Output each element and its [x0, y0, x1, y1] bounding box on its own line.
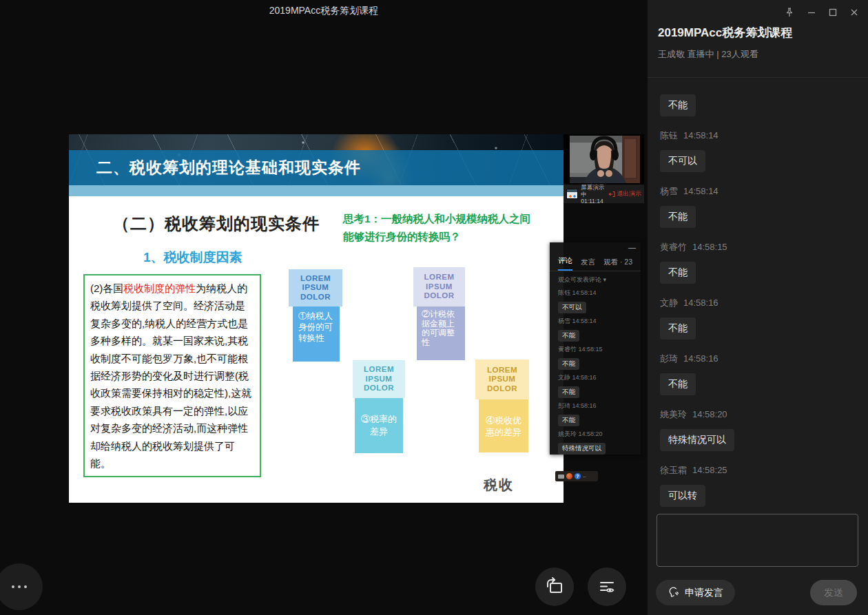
slide-watermark: 税收: [484, 476, 514, 494]
sender-name: 陈钰: [660, 130, 678, 140]
sender-name: 姚美玲: [660, 409, 687, 419]
mini-message-meta: 姚美玲 14:58:20: [558, 430, 632, 439]
card-1-label: ①纳税人身份的可转换性: [293, 306, 340, 362]
card-4-header: LOREM IPSUM DOLOR: [475, 359, 529, 399]
mini-message-meta: 陈钰 14:58:14: [558, 289, 632, 298]
floating-chat-panel: — 评论 发言 观看 · 23 观众可发表评论 ▾ 陈钰 14:58:14 不可…: [550, 242, 641, 455]
chat-message: 杨雪14:58:14 不能: [660, 185, 856, 228]
switch-screen-icon: [544, 576, 565, 597]
slide-banner-title: 二、税收筹划的理论基础和现实条件: [96, 150, 564, 185]
screen-share-thumbnail[interactable]: [566, 189, 578, 199]
exit-icon: [608, 191, 615, 198]
timestamp: 14:58:14: [683, 186, 719, 196]
captured-taskbar-fragment: ? ‒: [555, 471, 598, 481]
mini-chat-bubble: 不能: [558, 386, 579, 398]
chat-message: 陈钰14:58:14 不可以: [660, 129, 856, 172]
banner-title-band: 二、税收筹划的理论基础和现实条件: [69, 150, 564, 185]
sender-name: 杨雪: [660, 186, 678, 196]
send-button[interactable]: 发送: [810, 580, 857, 605]
window-controls: [784, 7, 859, 18]
message-meta: 徐玉霜14:58:25: [660, 464, 856, 477]
message-meta: 彭琦14:58:16: [660, 353, 856, 365]
exit-presentation-label: 退出演示: [617, 189, 641, 198]
caret-down-icon[interactable]: ▾: [603, 276, 607, 283]
slide-paragraph-box: (2)各国税收制度的弹性为纳税人的税收筹划提供了空间。经济活动是复杂多变的,纳税…: [83, 274, 261, 477]
close-button[interactable]: [849, 8, 859, 17]
tab-viewers[interactable]: 观看 · 23: [603, 258, 632, 271]
speaking-head-icon: [668, 586, 681, 599]
dot: [12, 585, 14, 588]
exit-presentation-button[interactable]: 退出演示: [608, 189, 641, 198]
chat-bubble: 不能: [660, 94, 696, 116]
more-options-button[interactable]: [0, 563, 43, 610]
mini-chat-bubble: 不能: [558, 358, 579, 370]
chat-message: 彭琦14:58:16 不能: [660, 353, 856, 395]
timestamp: 14:58:15: [692, 242, 727, 252]
slide-section-title: （二）税收筹划的现实条件: [113, 213, 320, 235]
pin-icon[interactable]: [784, 7, 795, 18]
mini-message-meta: 黄睿竹 14:58:15: [558, 345, 632, 354]
stream-title: 2019MPAcc税务筹划课程: [658, 25, 854, 41]
minimize-panel-button[interactable]: —: [628, 243, 636, 251]
toggle-comments-visibility-button[interactable]: [588, 567, 626, 606]
webcam-video-frame: [570, 136, 640, 183]
sender-name: 黄睿竹: [660, 242, 687, 252]
message-meta: 陈钰14:58:14: [660, 129, 856, 142]
presentation-slide: 二、税收筹划的理论基础和现实条件 （二）税收筹划的现实条件 1、税收制度因素 (…: [69, 134, 564, 503]
sender-name: 徐玉霜: [660, 465, 687, 475]
chat-message: 黄睿竹14:58:15 不能: [660, 241, 856, 284]
teacher-webcam-video[interactable]: [564, 134, 644, 185]
question-line-1: 思考1：一般纳税人和小规模纳税人之间: [343, 210, 530, 228]
mini-chat-bubble: 不可以: [558, 302, 586, 313]
maximize-button[interactable]: [828, 8, 838, 17]
timestamp: 14:58:16: [683, 353, 719, 364]
taskbar-separator: ‒: [583, 474, 586, 479]
chat-input[interactable]: [657, 514, 858, 567]
minimize-button[interactable]: [807, 8, 816, 17]
sender-name: 文静: [660, 298, 678, 308]
message-meta: 姚美玲14:58:20: [660, 408, 856, 421]
card-4-label: ④税收优惠的差异: [479, 399, 528, 452]
paragraph-highlight: 税收制度的弹性: [123, 282, 196, 294]
message-meta: 黄睿竹14:58:15: [660, 241, 856, 253]
stream-status: 王成敬 直播中 | 23人观看: [658, 48, 854, 61]
chat-bubble: 不能: [660, 262, 696, 284]
dot: [24, 585, 27, 588]
timestamp: 14:58:16: [683, 298, 719, 308]
timestamp: 14:58:25: [692, 465, 727, 475]
mini-message-meta: 文静 14:58:16: [558, 373, 632, 382]
banner-accent-strip: [69, 185, 564, 196]
screen-share-info: 屏幕演示中 01:11:14: [581, 184, 606, 205]
mini-chat-bubble: 不能: [558, 330, 579, 342]
screen-share-status-bar: 屏幕演示中 01:11:14 退出演示: [564, 185, 644, 203]
mini-message-meta: 杨雪 14:58:14: [558, 317, 632, 326]
taskbar-window-icon: [558, 475, 564, 479]
comment-permission-notice: 观众可发表评论 ▾: [550, 271, 641, 285]
chat-bubble: 不能: [660, 206, 696, 228]
taskbar-help-icon: ?: [575, 473, 581, 479]
dot: [18, 585, 21, 588]
chat-bubble: 不能: [660, 373, 696, 395]
tab-speaking[interactable]: 发言: [581, 258, 595, 271]
switch-screen-button[interactable]: [535, 567, 574, 606]
chat-message: 徐玉霜14:58:25 可以转: [660, 464, 856, 507]
stage-title: 2019MPAcc税务筹划课程: [0, 5, 648, 17]
chat-bubble: 不能: [660, 317, 696, 340]
list-eye-icon: [597, 576, 617, 597]
paragraph-text: 为纳税人的税收筹划提供了空间。经济活动是复杂多变的,纳税人的经营方式也是多种多样…: [90, 282, 251, 469]
notice-text: 观众可发表评论: [558, 276, 601, 283]
chat-message: 不能: [660, 94, 856, 116]
slide-question: 思考1：一般纳税人和小规模纳税人之间 能够进行身份的转换吗？: [343, 210, 530, 246]
screen-share-status: 屏幕演示中: [581, 184, 606, 198]
chat-message-list[interactable]: 不能 陈钰14:58:14 不可以 杨雪14:58:14 不能 黄睿竹14:58…: [648, 79, 868, 510]
request-speak-button[interactable]: 申请发言: [656, 580, 735, 605]
paragraph-text: (2)各国: [90, 282, 123, 294]
mini-chat-messages: 陈钰 14:58:14 不可以 杨雪 14:58:14 不能 黄睿竹 14:58…: [550, 289, 641, 455]
mini-chat-bubble: 不能: [558, 415, 579, 426]
screen-share-duration: 01:11:14: [581, 198, 606, 205]
card-3-header: LOREM IPSUM DOLOR: [353, 360, 405, 398]
chat-bubble: 特殊情况可以: [660, 429, 734, 451]
taskbar-app-icon: [566, 473, 572, 479]
tab-comments[interactable]: 评论: [558, 256, 572, 271]
chat-message: 姚美玲14:58:20 特殊情况可以: [660, 408, 856, 451]
